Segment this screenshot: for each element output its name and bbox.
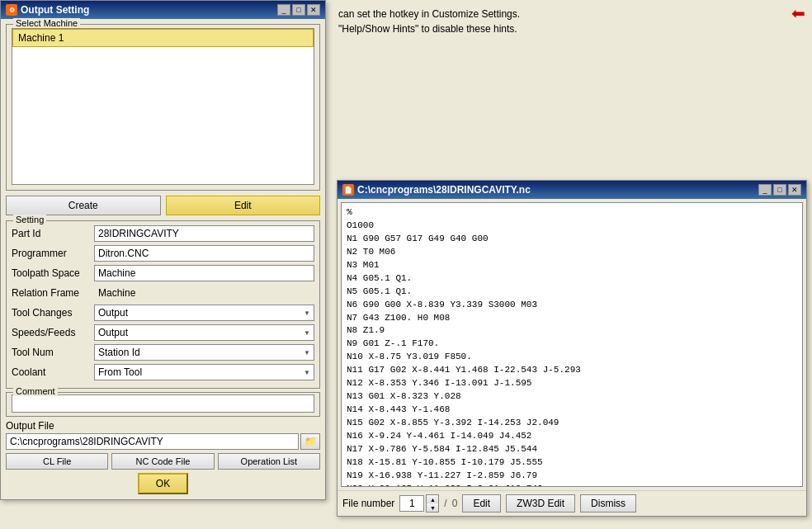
coolant-label: Coolant	[12, 366, 94, 378]
relation-frame-row: Relation Frame	[12, 284, 314, 302]
dialog-titlebar: ⚙ Output Setting _ □ ✕	[1, 1, 325, 19]
hint-line2: "Help/Show Hints" to disable these hints…	[338, 21, 520, 36]
part-id-input[interactable]	[94, 225, 314, 242]
tool-changes-arrow: ▼	[304, 309, 310, 317]
nc-line: O1000	[347, 220, 797, 233]
nc-restore-button[interactable]: □	[773, 184, 786, 196]
output-file-input[interactable]	[6, 433, 299, 450]
minimize-button[interactable]: _	[277, 4, 290, 16]
nc-footer: File number ▲ ▼ / 0 Edit ZW3D Edit Dismi…	[338, 490, 806, 516]
comment-input[interactable]	[12, 394, 314, 413]
nc-line: N3 M01	[347, 259, 797, 272]
nc-line: N12 X-8.353 Y.346 I-13.091 J-1.595	[347, 377, 797, 390]
dialog-icon: ⚙	[6, 4, 17, 16]
nc-line: N16 X-9.24 Y-4.461 I-14.049 J4.452	[347, 430, 797, 443]
output-file-row: 📁	[6, 433, 320, 450]
bottom-buttons: CL File NC Code File Operation List	[6, 453, 320, 470]
dismiss-button[interactable]: Dismiss	[580, 494, 636, 512]
file-number-label: File number	[342, 498, 394, 509]
nc-line: N11 G17 G02 X-8.441 Y1.468 I-22.543 J-5.…	[347, 364, 797, 377]
setting-group: Setting Part Id Programmer Toolpath Spac…	[6, 220, 320, 389]
tool-num-select[interactable]: Station Id ▼	[94, 344, 314, 361]
coolant-arrow: ▼	[304, 369, 310, 376]
spin-up-button[interactable]: ▲	[427, 495, 438, 503]
nc-line: N1 G90 G57 G17 G49 G40 G00	[347, 233, 797, 246]
nc-line: N15 G02 X-8.855 Y-3.392 I-14.253 J2.049	[347, 417, 797, 430]
programmer-input[interactable]	[94, 245, 314, 262]
relation-frame-input	[94, 285, 314, 301]
cl-file-button[interactable]: CL File	[6, 453, 108, 470]
nc-code-button[interactable]: NC Code File	[111, 453, 214, 470]
restore-button[interactable]: □	[292, 4, 305, 16]
close-button[interactable]: ✕	[307, 4, 320, 16]
select-machine-label: Select Machine	[13, 18, 80, 28]
create-button[interactable]: Create	[6, 196, 161, 215]
nc-line: N8 Z1.9	[347, 324, 797, 338]
nc-edit-button[interactable]: Edit	[462, 494, 501, 512]
folder-button[interactable]: 📁	[300, 433, 320, 450]
dialog-title-area: ⚙ Output Setting	[6, 4, 89, 16]
toolpath-space-label: Toolpath Space	[12, 267, 94, 279]
nc-line: N9 G01 Z-.1 F170.	[347, 338, 797, 351]
speeds-feeds-value: Output	[98, 327, 128, 338]
nc-line: N5 G05.1 Q1.	[347, 286, 797, 299]
nc-line: N17 X-9.786 Y-5.584 I-12.845 J5.544	[347, 443, 797, 456]
tool-changes-value: Output	[98, 307, 128, 319]
machine-buttons: Create Edit	[6, 196, 320, 215]
nc-viewer-dialog: 📄 C:\cncprograms\28IDRINGCAVITY.nc _ □ ✕…	[337, 180, 807, 517]
nc-title-area: 📄 C:\cncprograms\28IDRINGCAVITY.nc	[342, 184, 531, 196]
red-arrow-icon: ⬅	[791, 3, 805, 23]
nc-titlebar-buttons: _ □ ✕	[758, 184, 801, 196]
part-id-label: Part Id	[12, 228, 94, 239]
speeds-feeds-select[interactable]: Output ▼	[94, 324, 314, 341]
output-setting-dialog: ⚙ Output Setting _ □ ✕ Select Machine Ma…	[0, 0, 326, 500]
edit-machine-button[interactable]: Edit	[166, 196, 321, 215]
tool-num-value: Station Id	[98, 347, 140, 358]
setting-label: Setting	[13, 215, 46, 224]
ok-button[interactable]: OK	[138, 473, 188, 494]
nc-line: N10 X-8.75 Y3.019 F850.	[347, 351, 797, 364]
hint-area: can set the hotkey in Customize Settings…	[338, 7, 520, 36]
spin-down-button[interactable]: ▼	[427, 503, 438, 512]
nc-close-button[interactable]: ✕	[788, 184, 801, 196]
operation-list-button[interactable]: Operation List	[218, 453, 320, 470]
part-id-row: Part Id	[12, 224, 314, 243]
nc-line: N7 G43 Z100. H0 M08	[347, 312, 797, 325]
nc-line: N4 G05.1 Q1.	[347, 272, 797, 286]
toolpath-space-row: Toolpath Space	[12, 264, 314, 282]
nc-minimize-button[interactable]: _	[758, 184, 772, 196]
nc-line: N19 X-16.938 Y-11.227 I-2.859 J6.79	[347, 470, 797, 483]
file-number-spinner[interactable]: ▲ ▼	[426, 494, 439, 512]
select-machine-group: Select Machine Machine 1	[6, 24, 320, 191]
tool-num-label: Tool Num	[12, 347, 94, 358]
nc-line: N18 X-15.81 Y-10.855 I-10.179 J5.555	[347, 456, 797, 470]
toolpath-space-input[interactable]	[94, 265, 314, 281]
nc-line: N14 X-8.443 Y-1.468	[347, 404, 797, 417]
nc-line: %	[347, 206, 797, 220]
coolant-row: Coolant From Tool ▼	[12, 363, 314, 381]
programmer-row: Programmer	[12, 244, 314, 262]
machine-item[interactable]: Machine 1	[12, 29, 314, 47]
nc-line: N2 T0 M06	[347, 246, 797, 259]
titlebar-buttons: _ □ ✕	[277, 4, 320, 16]
nc-title-text: C:\cncprograms\28IDRINGCAVITY.nc	[357, 184, 531, 196]
nc-content-area[interactable]: %O1000N1 G90 G57 G17 G49 G40 G00N2 T0 M0…	[341, 202, 803, 487]
machine-list[interactable]: Machine 1	[12, 28, 314, 185]
tool-num-row: Tool Num Station Id ▼	[12, 343, 314, 361]
coolant-value: From Tool	[98, 366, 142, 378]
zw3d-edit-button[interactable]: ZW3D Edit	[506, 494, 575, 512]
tool-changes-label: Tool Changes	[12, 307, 94, 319]
comment-group: Comment	[6, 392, 320, 417]
file-total: 0	[452, 498, 458, 509]
file-number-input[interactable]	[399, 495, 424, 512]
tool-changes-row: Tool Changes Output ▼	[12, 304, 314, 322]
hint-line1: can set the hotkey in Customize Settings…	[338, 7, 520, 21]
coolant-select[interactable]: From Tool ▼	[94, 364, 314, 380]
nc-titlebar: 📄 C:\cncprograms\28IDRINGCAVITY.nc _ □ ✕	[338, 181, 806, 199]
nc-line: N13 G01 X-8.323 Y.028	[347, 390, 797, 404]
nc-line: N20 X-20.165 Y-11.638 I-3.01 J10.743	[347, 483, 797, 487]
tool-changes-select[interactable]: Output ▼	[94, 305, 314, 321]
nc-icon: 📄	[342, 184, 354, 196]
speeds-feeds-arrow: ▼	[304, 329, 310, 337]
file-total-divider: /	[444, 498, 446, 509]
